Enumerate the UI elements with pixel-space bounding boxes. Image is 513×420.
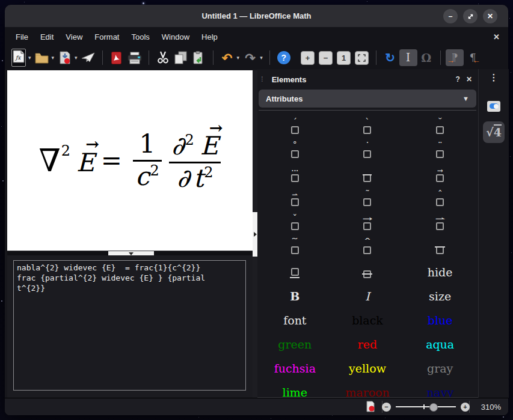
toolbar-separator	[269, 50, 270, 65]
zoom-out-button[interactable]: −	[317, 49, 335, 66]
category-dropdown[interactable]: Attributes ▼	[259, 90, 476, 108]
attr-dot-button[interactable]: ˙	[363, 140, 371, 158]
attr-vec-button[interactable]: →	[436, 164, 444, 182]
attr-font-button[interactable]: font	[283, 308, 306, 326]
attr-ddot-button[interactable]: ¨	[436, 140, 444, 158]
attr-bar-button[interactable]	[363, 164, 372, 182]
attr-color-blue-button[interactable]: blue	[428, 308, 453, 326]
export-pdf-button[interactable]	[108, 49, 126, 66]
attr-color-green-button[interactable]: green	[278, 332, 312, 350]
formula-canvas[interactable]: ∇2 →E = 1 c2 ∂2→E ∂t2	[7, 70, 253, 251]
paste-button[interactable]	[190, 49, 208, 66]
open-folder-icon	[35, 52, 49, 64]
close-button[interactable]: ✕	[483, 9, 497, 23]
attr-hide-button[interactable]: hide	[428, 260, 453, 278]
elements-deck-button[interactable]: √4	[483, 121, 505, 143]
attr-strikethrough-button[interactable]	[363, 260, 371, 278]
zoom-out-button[interactable]: −	[382, 403, 391, 412]
attr-wideharpoon-button[interactable]: ⇀	[436, 212, 444, 230]
new-dropdown-caret[interactable]: ▾	[28, 55, 31, 61]
attr-widehat-button[interactable]: ˆ	[363, 236, 371, 254]
fraction-1: 1 c2	[133, 131, 162, 189]
attr-color-maroon-button[interactable]: maroon	[345, 380, 390, 397]
slider-handle[interactable]	[429, 403, 438, 412]
zoom-slider[interactable]	[396, 403, 456, 411]
copy-icon	[174, 51, 187, 64]
save-button[interactable]	[56, 49, 74, 66]
attr-color-yellow-button[interactable]: yellow	[349, 356, 386, 374]
menu-window[interactable]: Window	[156, 29, 195, 44]
attr-color-fuchsia-button[interactable]: fuchsia	[274, 356, 316, 374]
placeholder-box-icon	[363, 198, 371, 206]
previous-marker-button[interactable]: ¶→	[464, 49, 482, 66]
attr-check-button[interactable]: ˇ	[291, 212, 299, 230]
menu-view[interactable]: View	[60, 29, 88, 44]
titlebar[interactable]: Untitled 1 — LibreOffice Math – ✕	[5, 5, 508, 27]
zoom-in-button[interactable]: +	[299, 49, 317, 66]
attr-breve-button[interactable]: ˘	[436, 116, 444, 134]
minimize-button[interactable]: –	[443, 9, 458, 23]
attr-acute-button[interactable]: ´	[291, 116, 299, 134]
zoom-in-button[interactable]: +	[461, 403, 470, 412]
attr-color-black-button[interactable]: black	[352, 308, 383, 326]
redo-dropdown-caret[interactable]: ▾	[260, 55, 263, 61]
main-area: ∇2 →E = 1 c2 ∂2→E ∂t2	[5, 69, 508, 398]
panel-close-button[interactable]: ✕	[466, 75, 472, 84]
overline-accent-icon	[435, 246, 445, 248]
update-button[interactable]: ↻	[381, 49, 399, 66]
panel-help-button[interactable]: ?	[456, 75, 460, 84]
open-button[interactable]	[33, 49, 51, 66]
properties-deck-button[interactable]	[487, 101, 500, 112]
menu-format[interactable]: Format	[88, 29, 125, 44]
send-button[interactable]	[79, 49, 97, 66]
new-formula-button[interactable]: ƒx	[10, 49, 28, 66]
menu-edit[interactable]: Edit	[34, 29, 60, 44]
toolbar-separator	[440, 50, 441, 65]
attr-tilde-button[interactable]: ˜	[363, 188, 371, 206]
command-input[interactable]: nabla^{2} widevec {E} = frac{1}{c^{2}}fr…	[13, 260, 246, 391]
document-modified-button[interactable]	[366, 401, 375, 415]
attr-harpoon-button[interactable]: ⇀	[291, 188, 299, 206]
attr-size-button[interactable]: size	[429, 284, 451, 302]
attr-color-red-button[interactable]: red	[358, 332, 378, 350]
attr-dddot-button[interactable]: ···	[291, 164, 299, 182]
attr-color-navy-button[interactable]: navy	[426, 380, 453, 397]
menu-tools[interactable]: Tools	[125, 29, 155, 44]
show-all-button[interactable]	[353, 49, 371, 66]
symbols-catalog-button[interactable]: Ω	[417, 49, 435, 66]
attr-underline-button[interactable]	[290, 260, 300, 278]
attr-color-aqua-button[interactable]: aqua	[426, 332, 454, 350]
next-marker-button[interactable]: ¶→	[446, 49, 464, 66]
formula-cursor-button[interactable]: I	[399, 49, 417, 66]
save-dropdown-caret[interactable]: ▾	[75, 55, 78, 61]
attr-widevec-button[interactable]: →	[363, 212, 371, 230]
sidebar-menu-icon[interactable]: ⋮	[490, 73, 499, 83]
menu-file[interactable]: File	[10, 29, 34, 44]
undo-dropdown-caret[interactable]: ▾	[237, 55, 240, 61]
attr-bold-button[interactable]: B	[290, 284, 300, 302]
drag-handle-icon[interactable]: ⁞	[261, 76, 262, 82]
open-dropdown-caret[interactable]: ▾	[52, 55, 55, 61]
attr-widetilde-button[interactable]: ˜	[291, 236, 299, 254]
sidebar-splitter-grip[interactable]	[253, 212, 257, 257]
placeholder-box-icon	[436, 198, 444, 206]
help-button[interactable]: ?	[275, 49, 293, 66]
attr-hat-button[interactable]: ˆ	[436, 188, 444, 206]
menubar: File Edit View Format Tools Window Help …	[5, 27, 508, 46]
menu-help[interactable]: Help	[195, 29, 224, 44]
attr-circle-button[interactable]: ˚	[291, 140, 299, 158]
close-document-button[interactable]: ✕	[493, 32, 500, 41]
zoom-100-button[interactable]: 1	[335, 49, 353, 66]
print-button[interactable]	[126, 49, 144, 66]
restore-button[interactable]	[463, 9, 478, 23]
attr-grave-button[interactable]: `	[363, 116, 371, 134]
attr-overline-button[interactable]	[435, 236, 445, 254]
redo-button[interactable]: ↷	[241, 49, 259, 66]
undo-button[interactable]: ↶	[218, 49, 236, 66]
attr-color-gray-button[interactable]: gray	[427, 356, 453, 374]
attr-color-lime-button[interactable]: lime	[283, 380, 307, 397]
cut-button[interactable]	[154, 49, 172, 66]
slider-track	[396, 406, 456, 407]
attr-italic-button[interactable]: I	[365, 284, 370, 302]
copy-button[interactable]	[172, 49, 190, 66]
